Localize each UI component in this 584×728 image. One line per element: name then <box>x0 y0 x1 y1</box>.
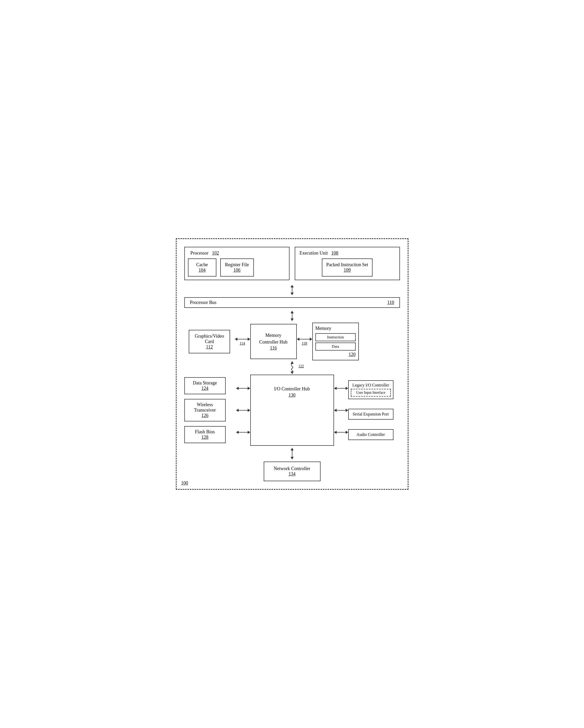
h-arrow-graphics <box>235 338 250 341</box>
arrowhead-up-wavy <box>290 361 294 364</box>
outer-container: Processor 102 Cache 104 Register File 10… <box>176 238 409 490</box>
connector-serial <box>334 409 348 412</box>
page-wrapper: Processor 102 Cache 104 Register File 10… <box>176 238 409 490</box>
wireless-row: Wireless Transceiver 126 <box>184 399 236 421</box>
shaft-1 <box>292 287 293 293</box>
packed-instruction-wrapper: Packed Instruction Set 109 <box>298 258 396 277</box>
connector-ref-118: 118 <box>302 341 307 346</box>
graphics-box: Graphics/Video Card 112 <box>189 330 230 354</box>
h-arrow-memory <box>297 338 312 341</box>
io-left-connectors <box>236 374 250 446</box>
network-controller-box: Network Controller 134 <box>264 462 321 481</box>
legacy-io-box: Legacy I/O Controller User Input Interfa… <box>348 380 393 399</box>
flash-bios-row: Flash Bios 128 <box>184 426 236 443</box>
execution-unit-box: Execution Unit 108 Packed Instruction Se… <box>295 247 400 280</box>
arrowhead-right-fb <box>248 431 250 434</box>
arrowhead-down-2 <box>290 318 294 321</box>
arrowhead-left-graphics <box>235 338 237 341</box>
wavy-svg <box>284 364 300 371</box>
cache-ref: 104 <box>192 267 212 273</box>
h-line-graphics <box>237 339 248 339</box>
register-file-label: Register File <box>225 262 249 267</box>
audio-controller-box: Audio Controller <box>348 429 393 440</box>
h-line-ac <box>337 432 346 433</box>
connector-legacy <box>334 387 348 390</box>
arrowhead-left-wl <box>236 409 239 412</box>
outer-ref: 100 <box>181 480 188 486</box>
io-right-connectors <box>334 374 348 446</box>
arrowhead-right-se <box>346 409 348 412</box>
network-controller-label: Network Controller <box>268 466 316 471</box>
audio-controller-label: Audio Controller <box>357 432 385 437</box>
io-right-items: Legacy I/O Controller User Input Interfa… <box>348 374 400 446</box>
outer-ref-label: 100 <box>181 480 188 486</box>
cache-label: Cache <box>192 262 212 267</box>
packed-instruction-ref: 109 <box>326 267 368 273</box>
legacy-io-inner-box: User Input Interface <box>351 389 391 397</box>
memory-box: Memory Instruction Data 120 <box>312 322 359 360</box>
mch-ref: 116 <box>256 345 291 351</box>
arrowhead-left-ac <box>334 431 337 434</box>
shaft-2 <box>292 313 293 318</box>
arrowhead-up-net <box>290 448 294 450</box>
mch-row: Graphics/Video Card 112 114 <box>184 322 400 360</box>
io-hub-label: I/O Controller Hub <box>256 386 328 392</box>
mch-label: Memory Controller Hub <box>256 332 291 345</box>
memory-label: Memory <box>315 326 356 331</box>
execution-unit-ref: 108 <box>331 251 338 256</box>
io-center: I/O Controller Hub 130 <box>250 374 334 446</box>
v-dbl-arrow-1 <box>290 285 294 295</box>
execution-unit-label: Execution Unit <box>300 251 328 256</box>
memory-instruction-label: Instruction <box>327 335 344 339</box>
arrow-bus-to-mch <box>184 311 400 321</box>
arrowhead-right-ds <box>248 387 250 390</box>
arrowhead-right-ac <box>346 431 348 434</box>
processor-title: Processor 102 <box>188 251 286 256</box>
wavy-ref: 122 <box>299 364 304 368</box>
arrowhead-left-fb <box>236 431 239 434</box>
data-storage-row: Data Storage 124 <box>184 377 236 394</box>
processor-bus-box: Processor Bus 110 <box>184 297 400 308</box>
mch-box: Memory Controller Hub 116 <box>250 324 297 359</box>
memory-data-box: Data <box>315 342 356 350</box>
h-line-wl <box>239 410 248 411</box>
arrowhead-up-1 <box>290 285 294 287</box>
h-line-se <box>337 410 346 411</box>
flash-bios-box: Flash Bios 128 <box>184 426 226 443</box>
processor-box: Processor 102 Cache 104 Register File 10… <box>184 247 289 280</box>
io-hub-box: I/O Controller Hub 130 <box>250 374 334 446</box>
serial-expansion-label: Serial Expansion Port <box>353 412 389 416</box>
h-line-fb <box>239 432 248 433</box>
user-input-label: User Input Interface <box>356 391 386 394</box>
graphics-column: Graphics/Video Card 112 <box>184 330 235 354</box>
graphics-label: Graphics/Video Card <box>193 334 226 344</box>
arrowhead-down-1 <box>290 293 294 295</box>
flash-bios-ref: 128 <box>201 435 208 440</box>
row1: Processor 102 Cache 104 Register File 10… <box>184 247 400 280</box>
memory-ref: 120 <box>315 352 356 357</box>
connector-flash-bios <box>236 431 250 434</box>
connector-wireless <box>236 409 250 412</box>
packed-instruction-label: Packed Instruction Set <box>326 262 368 267</box>
processor-label: Processor <box>191 251 208 256</box>
arrowhead-right-graphics <box>248 338 250 341</box>
connector-ref-114: 114 <box>240 341 245 346</box>
data-storage-label: Data Storage <box>188 380 223 386</box>
flash-bios-label: Flash Bios <box>188 429 223 435</box>
network-row: Network Controller 134 <box>184 462 400 481</box>
arrowhead-right-lg <box>346 387 348 390</box>
graphics-mch-connector: 114 <box>235 338 250 346</box>
processor-inner: Cache 104 Register File 106 <box>188 258 286 277</box>
register-file-box: Register File 106 <box>220 258 254 277</box>
wavy-connector-inner <box>284 361 300 374</box>
mch-column: Memory Controller Hub 116 <box>250 324 297 359</box>
v-dbl-arrow-2 <box>290 311 294 321</box>
wavy-connector-area: 122 <box>184 360 400 374</box>
arrowhead-right-memory <box>310 338 312 341</box>
connector-data-storage <box>236 387 250 390</box>
arrow-proc-to-bus <box>184 285 400 295</box>
bus-ref-text: 110 <box>387 300 394 305</box>
memory-instruction-box: Instruction <box>315 333 356 341</box>
serial-expansion-box: Serial Expansion Port <box>348 409 393 420</box>
h-line-ds <box>239 388 248 389</box>
